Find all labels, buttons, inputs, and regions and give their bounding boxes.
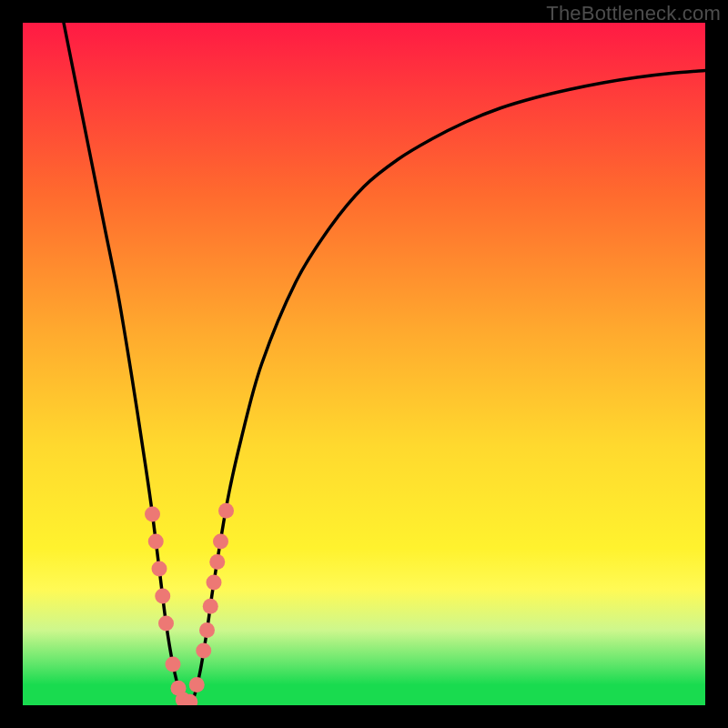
curve-marker [155, 589, 170, 604]
watermark-text: TheBottleneck.com [546, 2, 721, 25]
curve-marker [166, 657, 181, 672]
curve-marker [203, 599, 218, 614]
curve-marker [196, 643, 211, 659]
plot-area [23, 23, 705, 705]
curve-marker [207, 575, 222, 591]
bottleneck-curve-svg [23, 23, 705, 705]
curve-marker [189, 677, 205, 693]
curve-marker [218, 503, 234, 519]
curve-marker [199, 622, 215, 638]
curve-marker [158, 616, 174, 632]
curve-marker [213, 534, 228, 550]
curve-marker [145, 507, 160, 522]
curve-marker [152, 561, 167, 577]
chart-frame: TheBottleneck.com [0, 0, 728, 728]
curve-marker [148, 534, 164, 550]
curve-marker [209, 554, 225, 570]
